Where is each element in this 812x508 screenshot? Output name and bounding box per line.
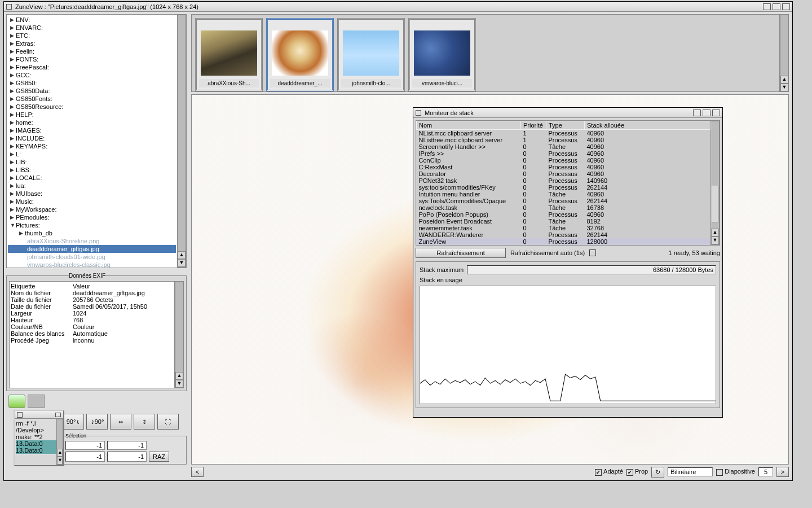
thumbnail[interactable]: johnsmith-clo... — [337, 18, 405, 91]
fit-button[interactable]: ⛶ — [157, 414, 179, 430]
monitor-iconify-button[interactable] — [693, 110, 701, 116]
mini-shell-window[interactable]: rm -f *.l /Develop> make: **2 13.Data:0 … — [14, 410, 64, 466]
col-nom[interactable]: Nom — [417, 121, 521, 130]
folder-row[interactable]: ▶LIBS: — [8, 166, 176, 174]
folder-row[interactable]: ▶home: — [8, 119, 176, 126]
system-menu-icon[interactable] — [6, 4, 12, 10]
flip-v-button[interactable]: ⇕ — [134, 414, 155, 430]
process-row[interactable]: C:RexxMast0Processus40960 — [417, 164, 710, 170]
next-image-button[interactable]: > — [776, 467, 789, 477]
folder-pictures[interactable]: ▼Pictures: — [8, 221, 176, 229]
process-row[interactable]: NListtree.mcc clipboard server1Processus… — [417, 137, 710, 143]
col-stack[interactable]: Stack allouée — [585, 121, 710, 130]
thumb-scrollbar[interactable]: ▲▼ — [780, 14, 789, 92]
process-row[interactable]: newmemmeter.task0Tâche32768 — [417, 225, 710, 231]
diapo-seconds-input[interactable] — [758, 467, 773, 476]
exif-scrollbar[interactable]: ▲▼ — [175, 281, 184, 388]
folder-row[interactable]: ▶MyWorkspace: — [8, 205, 176, 213]
folder-row[interactable]: ▶HELP: — [8, 111, 176, 119]
folder-row[interactable]: ▶ENVARC: — [8, 24, 176, 32]
folder-row[interactable]: ▶GS850: — [8, 79, 176, 87]
mini-scrollbar[interactable]: ▲▼ — [56, 419, 63, 465]
col-priorite[interactable]: Priorité — [521, 121, 546, 130]
mini-sysicon[interactable] — [17, 412, 23, 418]
process-row[interactable]: sys:Tools/Commodities/Opaque0Processus26… — [417, 198, 710, 204]
process-row[interactable]: sys:tools/commodities/FKey0Processus2621… — [417, 184, 710, 191]
color-swatch-2[interactable] — [28, 395, 45, 408]
thumbnail[interactable]: vmwaros-bluci... — [408, 18, 476, 91]
process-row[interactable]: NList.mcc clipboard server1Processus4096… — [417, 130, 710, 137]
auto-refresh-check[interactable] — [589, 249, 596, 256]
mini-depth-button[interactable] — [55, 413, 61, 417]
sel-x1-input[interactable] — [65, 441, 105, 450]
folder-row[interactable]: ▶LIB: — [8, 158, 176, 166]
folder-row[interactable]: ▶ENV: — [8, 16, 176, 24]
process-row[interactable]: ConClip0Processus40960 — [417, 157, 710, 164]
flip-h-button[interactable]: ⇔ — [110, 414, 131, 430]
file-row[interactable]: johnsmith-clouds01-wide.jpg — [8, 253, 176, 261]
process-row[interactable]: newclock.task0Tâche16738 — [417, 204, 710, 211]
main-titlebar[interactable]: ZuneView : "Pictures:deadddreamer_giftga… — [4, 2, 792, 12]
adapte-check[interactable]: ✔Adapté — [595, 468, 623, 475]
prop-check[interactable]: ✔Prop — [626, 468, 648, 475]
process-row[interactable]: Screennotify Handler >>0Tâche40960 — [417, 143, 710, 150]
folder-row[interactable]: ▶GS850Resource: — [8, 103, 176, 111]
file-row[interactable]: abraXXious-Shoreline.png — [8, 237, 176, 245]
folder-row[interactable]: ▶FONTS: — [8, 55, 176, 63]
process-row[interactable]: Decorator0Processus40960 — [417, 170, 710, 177]
folder-scrollbar[interactable]: ▲ ▼ — [177, 15, 186, 268]
prev-image-button[interactable]: < — [191, 467, 204, 477]
folder-row[interactable]: ▶L: — [8, 150, 176, 158]
process-row[interactable]: WANDERER:Wanderer0Processus262144 — [417, 231, 710, 238]
folder-row[interactable]: ▶Music: — [8, 198, 176, 205]
scroll-down-icon[interactable]: ▼ — [178, 259, 186, 267]
depth-button[interactable] — [782, 3, 790, 10]
process-row[interactable]: PCNet32 task0Processus140960 — [417, 177, 710, 184]
monitor-zoom-button[interactable] — [703, 110, 710, 116]
sel-y2-input[interactable] — [107, 452, 147, 462]
folder-row[interactable]: ▶GS850Data: — [8, 87, 176, 95]
folder-row[interactable]: ▶IMAGES: — [8, 126, 176, 134]
process-row[interactable]: Poseidon Event Broadcast0Tâche8192 — [417, 218, 710, 225]
rotate-cw-button[interactable]: ⤸90° — [86, 414, 108, 430]
folder-row[interactable]: ▶KEYMAPS: — [8, 142, 176, 150]
sel-y1-input[interactable] — [107, 441, 147, 450]
monitor-depth-button[interactable] — [712, 110, 720, 116]
process-row[interactable]: IPrefs >>0Processus40960 — [417, 150, 710, 157]
folder-row[interactable]: ▶LOCALE: — [8, 174, 176, 182]
file-row[interactable]: deadddreamer_giftgas.jpg — [8, 245, 176, 253]
monitor-titlebar[interactable]: Moniteur de stack — [413, 108, 722, 118]
diapo-check[interactable]: Diapositive — [716, 468, 755, 475]
sel-x2-input[interactable] — [65, 452, 105, 462]
scroll-up-icon[interactable]: ▲ — [178, 251, 186, 259]
folder-row[interactable]: ▶PEmodules: — [8, 213, 176, 221]
folder-row[interactable]: ▶GCC: — [8, 71, 176, 79]
folder-row[interactable]: ▶Extras: — [8, 40, 176, 47]
folder-row[interactable]: ▶Feelin: — [8, 47, 176, 55]
color-swatch-1[interactable] — [8, 395, 25, 408]
zoom-button[interactable] — [773, 3, 780, 10]
folder-row[interactable]: ▶FreePascal: — [8, 63, 176, 71]
folder-row[interactable]: ▶INCLUDE: — [8, 134, 176, 142]
monitor-sysicon[interactable] — [416, 110, 421, 116]
folder-row[interactable]: ▶GS850Fonts: — [8, 95, 176, 103]
file-row[interactable]: vmwaros-blucircles-classic.jpg — [8, 261, 176, 268]
filter-select[interactable]: Bilinéaire — [668, 467, 713, 476]
process-row[interactable]: Intuition menu handler0Tâche40960 — [417, 191, 710, 198]
folder-row[interactable]: ▶ETC: — [8, 32, 176, 40]
col-type[interactable]: Type — [546, 121, 585, 130]
folder-row[interactable]: ▶MUIbase: — [8, 190, 176, 198]
thumb-area[interactable]: abraXXious-Sh...deadddreamer_...johnsmit… — [191, 14, 780, 92]
refresh-button[interactable]: Rafraîchissement — [416, 248, 506, 258]
raz-button[interactable]: RAZ — [149, 452, 169, 462]
folder-tree-list[interactable]: ▶ENV:▶ENVARC:▶ETC:▶Extras:▶Feelin:▶FONTS… — [7, 15, 177, 268]
cycle-filter-button[interactable]: ↻ — [651, 467, 664, 478]
folder-row[interactable]: ▶lua: — [8, 182, 176, 190]
folder-thumbdb[interactable]: ▶thumb_db — [8, 229, 176, 237]
rotate-ccw-button[interactable]: 90°⤹ — [63, 414, 84, 430]
thumbnail[interactable]: abraXXious-Sh... — [195, 18, 263, 91]
table-scrollbar[interactable]: ▲▼ — [710, 121, 720, 245]
iconify-button[interactable] — [763, 3, 771, 10]
process-row[interactable]: ZuneView0Processus128000 — [417, 238, 710, 245]
process-row[interactable]: PoPo (Poseidon Popups)0Processus40960 — [417, 211, 710, 218]
